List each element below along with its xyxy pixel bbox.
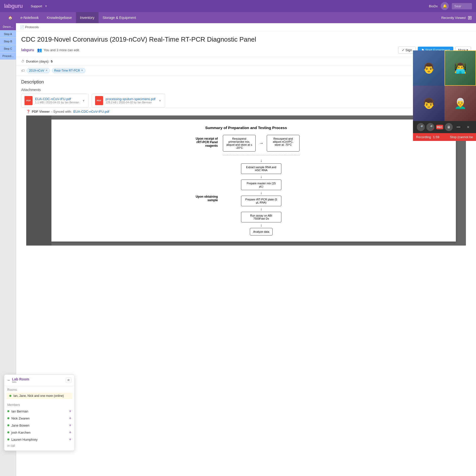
lab-room-r-badge[interactable]: R <box>66 377 71 383</box>
flow-box-6: Analyze data <box>250 228 273 235</box>
pdf-icon-2: PDF <box>95 96 103 105</box>
online-text: Ian, Jane, Nick and one more (online) <box>13 394 64 398</box>
attachment-name-2[interactable]: processing-sputum-specimens.pdf <box>106 97 156 101</box>
description-section: Description ▾ Attachments PDF EUA-CDC-nC… <box>16 75 476 255</box>
member-dot-nick <box>7 417 9 419</box>
tag-close-ncov[interactable]: ✕ <box>45 69 48 72</box>
owner-link[interactable]: labguru <box>21 48 34 52</box>
person-3-avatar: 👦 <box>423 98 435 109</box>
attachment-arrow-1[interactable]: ▾ <box>82 99 85 103</box>
pdf-viewer-sync: - Synced with: <box>51 110 72 113</box>
duration-label: Duration (days): <box>26 60 49 63</box>
notifications-icon[interactable]: 🔔 <box>441 2 449 10</box>
nav-enotebook[interactable]: e-Notebook <box>16 12 43 23</box>
support-link[interactable]: Support <box>29 3 44 9</box>
screen-share-button[interactable]: 🖥 <box>445 123 453 131</box>
attachment-info-1: EUA-CDC-nCoV-IFU.pdf 1.1 MB | 2020-04-01… <box>35 97 79 104</box>
lab-room-panel: − Lab Room beta R Rooms Ian, Jane, Nick … <box>4 374 75 451</box>
video-person-4: 👨‍🦳 <box>444 86 476 121</box>
member-item-lauren: Lauren Humphrey + <box>4 436 74 443</box>
breadcrumb: 📄 Protocols <box>16 23 476 31</box>
flowchart: Upon receipt of rRT-PCR Panel reagents U… <box>42 135 450 235</box>
breadcrumb-protocols[interactable]: 📄 Protocols <box>20 25 39 29</box>
video-call-panel: 👨 👨‍💻 👦 👨‍🦳 🎤 ✕🎤 REC 🖥 ••• ✕ Recording 1… <box>413 50 476 141</box>
apps-icon[interactable]: ⊞ <box>468 15 472 21</box>
top-nav-links: Support ▾ <box>29 3 429 9</box>
attachment-date-1: 2020-04-01 <box>46 101 60 104</box>
mic-slash-button[interactable]: ✕🎤 <box>426 123 434 131</box>
tag-realtime-rtpcr[interactable]: Real-Time RT-PCR ✕ <box>52 68 86 73</box>
pdf-viewer-label: PDF Viewer <box>32 110 50 113</box>
pdf-icon-1: PDF <box>24 96 33 105</box>
protocol-title: CDC 2019-Novel Coronavirus (2019-nCoV) R… <box>21 35 471 44</box>
attachment-date-2: 2020-04-02 <box>119 101 133 104</box>
online-room-item[interactable]: Ian, Jane, Nick and one more (online) <box>6 393 72 399</box>
nav-storage[interactable]: Storage & Equipment <box>99 12 140 23</box>
more-options-button[interactable]: ••• <box>454 123 462 131</box>
end-call-button[interactable]: ✕ <box>464 123 472 131</box>
clock-icon: ⏱ <box>21 60 24 63</box>
nav-knowledgebase[interactable]: Knowledgebase <box>43 12 76 23</box>
mic-button[interactable]: 🎤 <box>417 123 425 131</box>
edit-info: 👥 You and 3 more can edit <box>37 48 79 52</box>
flow-box-1a: Resuspend primer/probe mix, aliquot and … <box>223 135 256 152</box>
sidebar-item-step-b[interactable]: Step B <box>0 38 16 45</box>
app-logo[interactable]: labguru <box>4 3 23 9</box>
pdf-viewer-link[interactable]: EUA-CDC-nCoV-IFU.pdf <box>73 110 109 113</box>
minimize-button[interactable]: − <box>7 378 10 383</box>
member-name-nick: Nick Zwaren <box>11 416 67 420</box>
search-input[interactable] <box>452 3 472 9</box>
lab-room-title-area: Lab Room beta <box>12 377 29 383</box>
section-header: Description ▾ <box>21 79 471 85</box>
nav-home[interactable]: 🏠 <box>4 12 16 23</box>
attachment-arrow-2[interactable]: ▾ <box>158 99 162 103</box>
stop-recording-link[interactable]: Stop (cannot be <box>450 135 473 139</box>
video-controls: 🎤 ✕🎤 REC 🖥 ••• ✕ <box>413 121 476 133</box>
protocol-header: CDC 2019-Novel Coronavirus (2019-nCoV) R… <box>16 31 476 57</box>
tag-label-ncov: 2019-nCoV <box>29 69 44 72</box>
pdf-chart-title: Summary of Preparation and Testing Proce… <box>42 126 450 130</box>
attachment-size-1: 1.1 MB <box>35 101 44 104</box>
member-add-lauren[interactable]: + <box>69 437 71 442</box>
in-call-label: in call <box>4 443 74 449</box>
attachment-size-2: 128.2 kB <box>106 101 116 104</box>
member-dot-jane <box>7 424 9 426</box>
member-dot-ian <box>7 410 9 412</box>
member-add-nick[interactable]: + <box>69 416 71 421</box>
tag-2019-ncov[interactable]: 2019-nCoV ✕ <box>27 68 50 73</box>
tag-close-rtpcr[interactable]: ✕ <box>81 69 83 72</box>
nav-right-icons: Recently Viewed ⊞ <box>441 15 472 21</box>
pdf-page: Summary of Preparation and Testing Proce… <box>36 120 456 242</box>
flow-label-1: Upon receipt of rRT-PCR Panel reagents <box>193 135 218 147</box>
rooms-label: Rooms <box>4 386 74 393</box>
nav-inventory[interactable]: Inventory <box>76 12 99 23</box>
sidebar-item-step-c[interactable]: Step C <box>0 45 16 52</box>
member-name-josh: josh Karchen <box>11 431 67 434</box>
member-add-ian[interactable]: + <box>69 409 71 413</box>
member-add-jane[interactable]: + <box>69 423 71 428</box>
member-dot-josh <box>7 431 9 433</box>
sidebar-item-description[interactable]: Descri... <box>0 23 16 31</box>
attachment-card-2: PDF processing-sputum-specimens.pdf 128.… <box>92 94 165 107</box>
lab-room-header: − Lab Room beta R <box>4 375 74 386</box>
top-nav-right: BioDx 🔔 <box>429 2 472 10</box>
pdf-sidebar-thumb <box>26 115 51 246</box>
recently-viewed-link[interactable]: Recently Viewed <box>441 16 466 20</box>
attachment-author-1: Ian Berman <box>65 101 79 104</box>
member-name-jane: Jane Bowen <box>11 424 67 427</box>
biodx-link[interactable]: BioDx <box>429 4 438 8</box>
sidebar-item-step-a[interactable]: Step A <box>0 31 16 38</box>
flow-box-4: Prepare rRT-PCR plate (5 µL RNA) <box>241 196 281 206</box>
video-person-1: 👨 <box>413 50 444 86</box>
person-1-avatar: 👨 <box>423 62 435 74</box>
attachment-name-1[interactable]: EUA-CDC-nCoV-IFU.pdf <box>35 97 79 101</box>
attachment-meta-2: 128.2 kB | 2020-04-02 by Ian Berman <box>106 101 156 104</box>
protocol-meta: labguru 👥 You and 3 more can edit ✓ Sign… <box>21 46 471 54</box>
attachment-card-1: PDF EUA-CDC-nCoV-IFU.pdf 1.1 MB | 2020-0… <box>21 94 89 107</box>
attachment-by-1: by <box>61 101 65 104</box>
sidebar-item-procedure[interactable]: Proced... <box>0 52 16 60</box>
member-add-josh[interactable]: + <box>69 430 71 435</box>
tags-bar: 🏷 2019-nCoV ✕ Real-Time RT-PCR ✕ <box>16 66 476 75</box>
flow-main: Resuspend primer/probe mix, aliquot and … <box>223 135 300 235</box>
record-button[interactable]: REC <box>436 125 443 129</box>
